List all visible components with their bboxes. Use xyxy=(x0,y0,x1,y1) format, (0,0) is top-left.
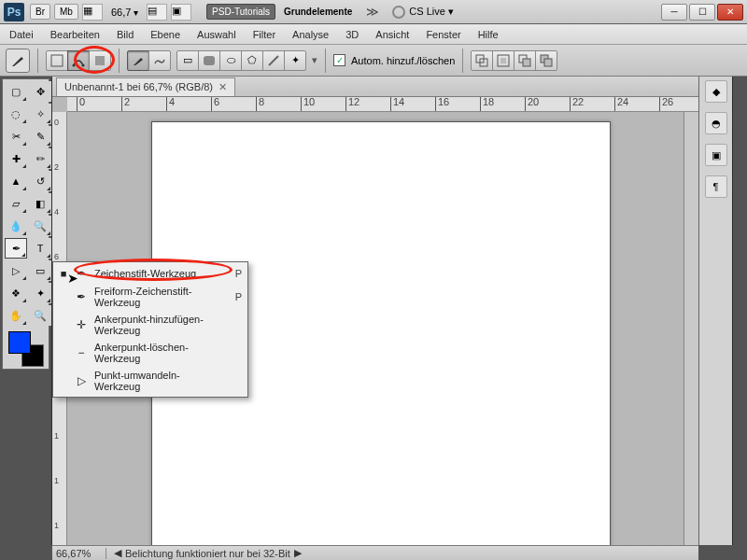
pathop-exclude-button[interactable] xyxy=(535,50,557,71)
window-maximize-button[interactable]: ☐ xyxy=(689,4,715,21)
menu-filter[interactable]: Filter xyxy=(251,27,277,42)
status-nav-right-icon[interactable]: ▶ xyxy=(294,547,302,559)
shape-ellipse-button[interactable]: ⬭ xyxy=(219,50,242,71)
flyout-item-add-anchor[interactable]: ✛ Ankerpunkt-hinzufügen-Werkzeug xyxy=(53,311,247,339)
tool-shape[interactable]: ▭ xyxy=(29,260,51,281)
menu-analyse[interactable]: Analyse xyxy=(290,27,331,42)
shape-dropdown-icon[interactable]: ▾ xyxy=(312,54,317,66)
extra-widget-icon[interactable]: ▣ xyxy=(171,4,191,21)
window-minimize-button[interactable]: ─ xyxy=(661,4,687,21)
ruler-horizontal[interactable]: 024681012141618202224262830 xyxy=(67,97,698,112)
add-anchor-icon: ✛ xyxy=(74,318,89,331)
tool-path-select[interactable]: ▷ xyxy=(5,260,27,281)
shape-polygon-button[interactable]: ⬠ xyxy=(241,50,263,71)
shape-custom-button[interactable]: ✦ xyxy=(284,50,306,71)
tool-marquee[interactable]: ▢ xyxy=(5,81,27,102)
workspace-more-icon[interactable]: ≫ xyxy=(366,5,379,19)
flyout-item-freeform-pen[interactable]: ✒ Freiform-Zeichenstift-Werkzeug P xyxy=(53,283,247,311)
tool-3dcam[interactable]: ✦ xyxy=(29,283,51,303)
status-zoom[interactable]: 66,67% xyxy=(52,548,106,559)
bridge-badge[interactable]: Br xyxy=(30,4,50,20)
pathop-add-button[interactable] xyxy=(471,50,493,71)
cslive-icon[interactable] xyxy=(392,6,405,19)
ruler-tick: 4 xyxy=(54,207,59,217)
auto-add-delete-checkbox[interactable]: ✓ xyxy=(333,54,345,66)
menu-3d[interactable]: 3D xyxy=(344,27,360,42)
title-bar: Ps Br Mb ▦ 66,7 ▾ ▤ ▣ PSD-Tutorials Grun… xyxy=(0,0,747,24)
document-tab[interactable]: Unbenannt-1 bei 66,7% (RGB/8) ✕ xyxy=(56,77,235,96)
tool-history[interactable]: ↺ xyxy=(29,171,51,191)
svg-rect-11 xyxy=(523,59,530,66)
menu-bearbeiten[interactable]: Bearbeiten xyxy=(49,27,102,42)
ruler-tick: 16 xyxy=(435,97,480,111)
ruler-tick: 2 xyxy=(121,97,166,111)
window-close-button[interactable]: ✕ xyxy=(717,4,743,21)
toolbox: ▢ ✥ ◌ ✧ ✂ ✎ ✚ ✏ ▲ ↺ ▱ ◧ 💧 🔍 ✒ T ▷ ▭ ❖ ✦ xyxy=(0,77,52,545)
mode-paths-button[interactable] xyxy=(67,50,90,71)
menu-auswahl[interactable]: Auswahl xyxy=(195,27,238,42)
pen-variant-freeform-button[interactable] xyxy=(148,50,171,71)
workspace-active[interactable]: PSD-Tutorials xyxy=(206,4,275,20)
ruler-tick: 24 xyxy=(614,97,659,111)
tool-3d[interactable]: ❖ xyxy=(5,283,27,303)
screenmode-icon[interactable]: ▦ xyxy=(82,4,103,21)
tool-heal[interactable]: ✚ xyxy=(5,148,27,169)
current-tool-icon[interactable] xyxy=(6,49,30,73)
mode-shapelayer-button[interactable] xyxy=(46,50,68,71)
panel-layers-icon[interactable]: ◆ xyxy=(705,80,727,103)
tool-wand[interactable]: ✧ xyxy=(29,104,51,124)
shape-line-button[interactable] xyxy=(262,50,285,71)
pen-variant-pen-button[interactable] xyxy=(127,50,149,71)
pathop-intersect-button[interactable] xyxy=(514,50,536,71)
color-swatch[interactable] xyxy=(8,331,44,367)
svg-line-5 xyxy=(269,56,278,65)
document-tab-title: Unbenannt-1 bei 66,7% (RGB/8) xyxy=(64,81,213,92)
menu-ansicht[interactable]: Ansicht xyxy=(374,27,411,42)
panel-channels-icon[interactable]: ◓ xyxy=(705,112,727,134)
tool-zoom[interactable]: 🔍 xyxy=(29,305,51,326)
tool-crop[interactable]: ✂ xyxy=(5,126,27,147)
flyout-item-delete-anchor[interactable]: − Ankerpunkt-löschen-Werkzeug xyxy=(53,339,247,367)
tool-lasso[interactable]: ◌ xyxy=(5,104,27,124)
flyout-item-convert-point[interactable]: ▷ Punkt-umwandeln-Werkzeug xyxy=(53,367,247,395)
panel-paths-icon[interactable]: ▣ xyxy=(705,144,727,166)
workspace-other[interactable]: Grundelemente xyxy=(279,5,357,19)
shape-rect-button[interactable]: ▭ xyxy=(176,50,199,71)
tool-stamp[interactable]: ▲ xyxy=(5,171,27,191)
tool-dodge[interactable]: 🔍 xyxy=(29,216,51,236)
foreground-color[interactable] xyxy=(8,331,31,354)
right-gutter xyxy=(732,77,747,545)
tool-eyedropper[interactable]: ✎ xyxy=(29,126,51,147)
tool-hand[interactable]: ✋ xyxy=(5,305,27,326)
flyout-item-pen[interactable]: ■ ✒ Zeichenstift-Werkzeug P xyxy=(53,264,247,283)
tool-gradient[interactable]: ◧ xyxy=(29,193,51,214)
menu-fenster[interactable]: Fenster xyxy=(424,27,462,42)
document-tab-close-icon[interactable]: ✕ xyxy=(218,81,227,93)
arrange-docs-icon[interactable]: ▤ xyxy=(147,4,167,21)
tool-eraser[interactable]: ▱ xyxy=(5,193,27,214)
tool-move[interactable]: ✥ xyxy=(29,81,51,102)
ruler-tick: 6 xyxy=(211,97,256,111)
ruler-tick: 14 xyxy=(390,97,435,111)
tool-brush[interactable]: ✏ xyxy=(29,148,51,169)
menu-datei[interactable]: Datei xyxy=(7,27,35,42)
pathop-subtract-button[interactable] xyxy=(492,50,514,71)
ruler-tick: 8 xyxy=(256,97,301,111)
tool-pen[interactable]: ✒ xyxy=(5,238,27,259)
svg-rect-9 xyxy=(500,58,506,63)
menu-bild[interactable]: Bild xyxy=(115,27,135,42)
options-bar: ▭ ⬭ ⬠ ✦ ▾ ✓ Autom. hinzuf./löschen xyxy=(0,45,747,77)
tool-blur[interactable]: 💧 xyxy=(5,216,27,236)
minibridge-badge[interactable]: Mb xyxy=(54,4,78,20)
scrollbar-vertical[interactable] xyxy=(684,112,698,545)
shape-roundrect-button[interactable] xyxy=(198,50,220,71)
cslive-label[interactable]: CS Live ▾ xyxy=(409,6,454,18)
zoom-label[interactable]: 66,7 ▾ xyxy=(106,5,143,20)
menu-hilfe[interactable]: Hilfe xyxy=(476,27,500,42)
flyout-label: Zeichenstift-Werkzeug xyxy=(94,268,223,279)
mode-fillpixels-button[interactable] xyxy=(89,50,111,71)
menu-ebene[interactable]: Ebene xyxy=(148,27,182,42)
panel-paragraph-icon[interactable]: ¶ xyxy=(705,175,727,198)
status-nav-left-icon[interactable]: ◀ xyxy=(114,547,121,559)
tool-type[interactable]: T xyxy=(29,238,51,259)
